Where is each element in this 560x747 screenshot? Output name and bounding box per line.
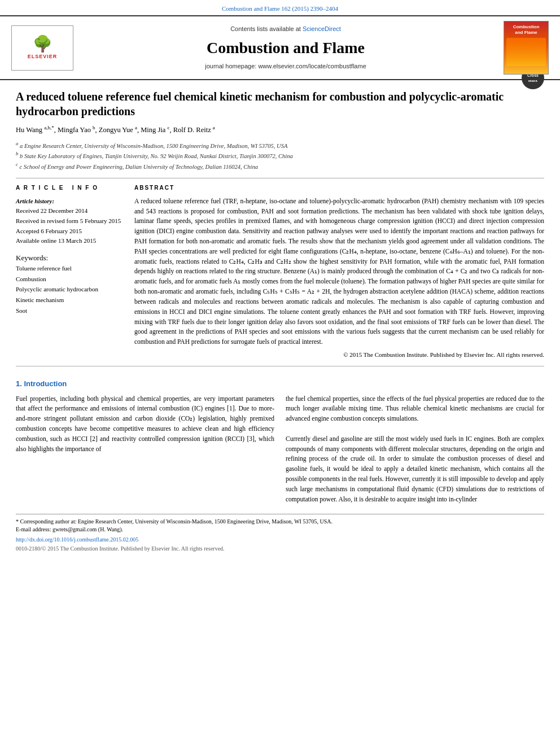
journal-name: Combustion and Flame xyxy=(73,37,498,59)
affiliation-a: a a Engine Research Center, University o… xyxy=(16,140,544,150)
keywords-section: Keywords: Toluene reference fuel Combust… xyxy=(16,253,123,316)
affiliations: a a Engine Research Center, University o… xyxy=(16,140,544,171)
intro-left-col: Fuel properties, including both physical… xyxy=(16,394,274,505)
cover-title: Combustion and Flame xyxy=(513,24,540,35)
sciencedirect-link[interactable]: ScienceDirect xyxy=(303,25,341,32)
left-column: A R T I C L E I N F O Article history: R… xyxy=(16,184,123,360)
keyword-5: Soot xyxy=(16,305,123,316)
intro-heading: 1. Introduction xyxy=(16,379,544,389)
keyword-4: Kinetic mechanism xyxy=(16,295,123,305)
copyright-line: © 2015 The Combustion Institute. Publish… xyxy=(134,351,544,359)
authors-line: Hu Wang a,b,*, Mingfa Yao b, Zongyu Yue … xyxy=(16,124,544,136)
elsevier-logo: 🌳 ELSEVIER xyxy=(11,25,73,71)
article-info-abstract: A R T I C L E I N F O Article history: R… xyxy=(16,184,544,360)
affiliation-b: b b State Key Laboratory of Engines, Tia… xyxy=(16,150,544,160)
corresponding-footnote: * Corresponding author at: Engine Resear… xyxy=(16,518,544,526)
journal-title-center: Contents lists available at ScienceDirec… xyxy=(73,25,498,71)
intro-right-text: the fuel chemical properties, since the … xyxy=(286,394,544,505)
abstract-heading: ABSTRACT xyxy=(134,184,544,192)
elsevier-label: ELSEVIER xyxy=(28,53,58,60)
keyword-1: Toluene reference fuel xyxy=(16,263,123,274)
keywords-label: Keywords: xyxy=(16,253,123,263)
issn-line: 0010-2180/© 2015 The Combustion Institut… xyxy=(16,545,544,553)
footnote-area: * Corresponding author at: Engine Resear… xyxy=(16,514,544,534)
intro-two-col: Fuel properties, including both physical… xyxy=(16,394,544,505)
keyword-3: Polycyclic aromatic hydrocarbon xyxy=(16,284,123,295)
history-label: Article history: xyxy=(16,196,123,207)
accepted-date: Accepted 6 February 2015 xyxy=(16,226,123,237)
section-divider xyxy=(16,366,544,366)
received-date: Received 22 December 2014 xyxy=(16,206,123,216)
email-footnote: E-mail address: gwrets@gmail.com (H. Wan… xyxy=(16,526,544,534)
journal-cover: Combustion and Flame xyxy=(504,21,549,75)
article-info-box: Article history: Received 22 December 20… xyxy=(16,196,123,246)
citation-bar: Combustion and Flame 162 (2015) 2390–240… xyxy=(0,0,560,15)
article-info-heading: A R T I C L E I N F O xyxy=(16,184,123,192)
online-date: Available online 13 March 2015 xyxy=(16,236,123,246)
page: Combustion and Flame 162 (2015) 2390–240… xyxy=(0,0,560,747)
revised-date: Received in revised form 5 February 2015 xyxy=(16,216,123,226)
contents-line: Contents lists available at ScienceDirec… xyxy=(73,25,498,33)
divider xyxy=(16,178,544,178)
citation-text: Combustion and Flame 162 (2015) 2390–240… xyxy=(222,5,338,12)
intro-right-col: the fuel chemical properties, since the … xyxy=(286,394,544,505)
keyword-2: Combustion xyxy=(16,274,123,285)
elsevier-tree-icon: 🌳 xyxy=(33,36,53,52)
homepage-line: journal homepage: www.elsevier.com/locat… xyxy=(73,62,498,71)
intro-left-text: Fuel properties, including both physical… xyxy=(16,394,274,455)
journal-header: 🌳 ELSEVIER Contents lists available at S… xyxy=(0,15,560,80)
doi-line[interactable]: http://dx.doi.org/10.1016/j.combustflame… xyxy=(16,536,544,544)
abstract-text: A reduced toluene reference fuel (TRF, n… xyxy=(134,196,544,347)
affiliation-c: c c School of Energy and Power Engineeri… xyxy=(16,161,544,171)
article-area: Cross Mark A reduced toluene reference f… xyxy=(0,80,560,359)
article-title: A reduced toluene reference fuel chemica… xyxy=(16,89,544,119)
right-column: ABSTRACT A reduced toluene reference fue… xyxy=(134,184,544,360)
main-content: 1. Introduction Fuel properties, includi… xyxy=(0,373,560,558)
